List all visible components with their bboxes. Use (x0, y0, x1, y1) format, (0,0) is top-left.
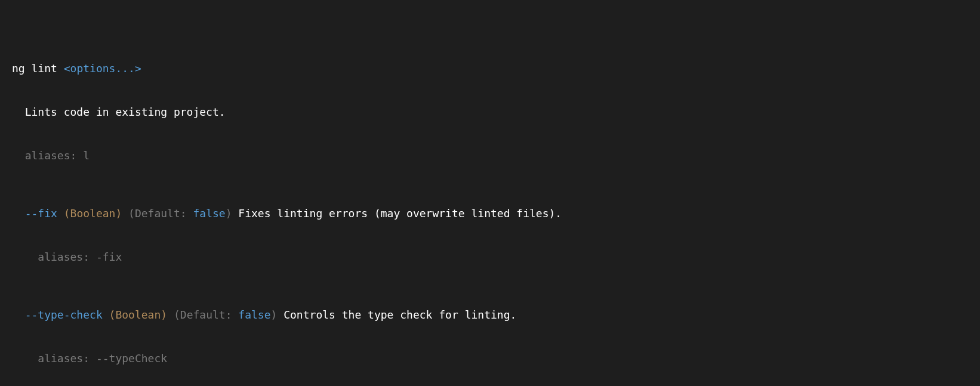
default-close: ) (226, 207, 232, 220)
default-value: false (193, 207, 225, 220)
flag-line: --type-check (Boolean) (Default: false) … (12, 308, 980, 322)
terminal-output[interactable]: ng lint <options...> Lints code in exist… (0, 0, 980, 386)
default-label: (Default: (174, 308, 238, 321)
command-header: ng lint <options...> (12, 61, 980, 76)
command-aliases: aliases: l (12, 149, 980, 163)
flag-desc: Fixes linting errors (may overwrite lint… (232, 207, 562, 220)
default-label: (Default: (128, 207, 193, 220)
flag-type: (Boolean) (109, 308, 168, 321)
flag-alias: aliases: --typeCheck (12, 351, 980, 366)
flag-name: --type-check (25, 308, 103, 321)
options-placeholder: <options...> (64, 62, 141, 75)
default-value: false (238, 308, 270, 321)
command-description: Lints code in existing project. (12, 105, 980, 119)
flag-desc: Controls the type check for linting. (277, 308, 516, 321)
flag-name: --fix (25, 207, 57, 220)
flag-line: --fix (Boolean) (Default: false) Fixes l… (12, 206, 980, 221)
default-close: ) (271, 308, 278, 321)
flag-alias: aliases: -fix (12, 250, 980, 264)
flag-type: (Boolean) (64, 207, 122, 220)
command-name: ng lint (12, 62, 57, 75)
